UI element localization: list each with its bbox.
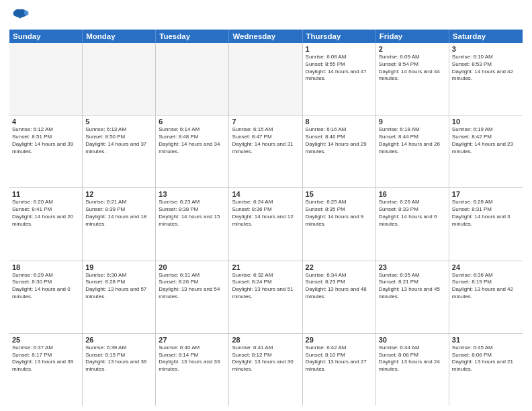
calendar-day-18: 18Sunrise: 6:29 AM Sunset: 8:30 PM Dayli… xyxy=(9,261,83,333)
day-number: 11 xyxy=(12,190,79,198)
calendar-day-23: 23Sunrise: 6:35 AM Sunset: 8:21 PM Dayli… xyxy=(376,261,449,333)
calendar-day-27: 27Sunrise: 6:40 AM Sunset: 8:14 PM Dayli… xyxy=(156,334,229,406)
calendar-day-15: 15Sunrise: 6:25 AM Sunset: 8:35 PM Dayli… xyxy=(303,188,376,260)
day-info: Sunrise: 6:29 AM Sunset: 8:30 PM Dayligh… xyxy=(12,272,79,301)
day-info: Sunrise: 6:37 AM Sunset: 8:17 PM Dayligh… xyxy=(12,345,79,373)
day-info: Sunrise: 6:14 AM Sunset: 8:48 PM Dayligh… xyxy=(159,126,226,155)
day-info: Sunrise: 6:08 AM Sunset: 8:55 PM Dayligh… xyxy=(306,54,373,83)
day-number: 16 xyxy=(379,190,446,198)
day-number: 10 xyxy=(452,118,520,126)
day-info: Sunrise: 6:32 AM Sunset: 8:24 PM Dayligh… xyxy=(232,272,299,301)
day-info: Sunrise: 6:28 AM Sunset: 8:31 PM Dayligh… xyxy=(452,199,520,228)
day-number: 29 xyxy=(306,336,373,344)
calendar: SundayMondayTuesdayWednesdayThursdayFrid… xyxy=(9,30,523,406)
calendar-week-0: 1Sunrise: 6:08 AM Sunset: 8:55 PM Daylig… xyxy=(9,43,523,116)
calendar-day-5: 5Sunrise: 6:13 AM Sunset: 8:50 PM Daylig… xyxy=(83,116,156,187)
header-day-monday: Monday xyxy=(83,30,156,43)
day-info: Sunrise: 6:44 AM Sunset: 8:08 PM Dayligh… xyxy=(379,345,446,373)
calendar-day-21: 21Sunrise: 6:32 AM Sunset: 8:24 PM Dayli… xyxy=(229,261,302,333)
day-number: 4 xyxy=(12,118,79,126)
day-info: Sunrise: 6:31 AM Sunset: 8:26 PM Dayligh… xyxy=(159,272,226,301)
calendar-day-22: 22Sunrise: 6:34 AM Sunset: 8:23 PM Dayli… xyxy=(303,261,376,333)
page: SundayMondayTuesdayWednesdayThursdayFrid… xyxy=(0,0,532,411)
calendar-day-2: 2Sunrise: 6:09 AM Sunset: 8:54 PM Daylig… xyxy=(376,43,449,115)
day-info: Sunrise: 6:36 AM Sunset: 8:19 PM Dayligh… xyxy=(452,272,520,301)
calendar-week-2: 11Sunrise: 6:20 AM Sunset: 8:41 PM Dayli… xyxy=(9,188,523,261)
day-info: Sunrise: 6:21 AM Sunset: 8:39 PM Dayligh… xyxy=(85,199,152,228)
day-number: 24 xyxy=(452,263,520,271)
calendar-day-7: 7Sunrise: 6:15 AM Sunset: 8:47 PM Daylig… xyxy=(229,116,302,187)
calendar-day-20: 20Sunrise: 6:31 AM Sunset: 8:26 PM Dayli… xyxy=(156,261,229,333)
day-number: 14 xyxy=(232,190,299,198)
calendar-day-10: 10Sunrise: 6:19 AM Sunset: 8:42 PM Dayli… xyxy=(449,116,523,187)
day-number: 9 xyxy=(379,118,446,126)
calendar-day-8: 8Sunrise: 6:16 AM Sunset: 8:46 PM Daylig… xyxy=(303,116,376,187)
calendar-body: 1Sunrise: 6:08 AM Sunset: 8:55 PM Daylig… xyxy=(9,43,523,406)
header-day-friday: Friday xyxy=(376,30,449,43)
calendar-day-26: 26Sunrise: 6:39 AM Sunset: 8:15 PM Dayli… xyxy=(83,334,156,406)
calendar-day-11: 11Sunrise: 6:20 AM Sunset: 8:41 PM Dayli… xyxy=(9,188,83,260)
calendar-empty-cell xyxy=(229,43,302,115)
day-info: Sunrise: 6:35 AM Sunset: 8:21 PM Dayligh… xyxy=(379,272,446,301)
day-info: Sunrise: 6:10 AM Sunset: 8:53 PM Dayligh… xyxy=(452,54,520,83)
day-info: Sunrise: 6:16 AM Sunset: 8:46 PM Dayligh… xyxy=(306,126,373,155)
day-number: 25 xyxy=(12,336,79,344)
day-info: Sunrise: 6:13 AM Sunset: 8:50 PM Dayligh… xyxy=(85,126,152,155)
calendar-day-17: 17Sunrise: 6:28 AM Sunset: 8:31 PM Dayli… xyxy=(449,188,523,260)
header-day-thursday: Thursday xyxy=(303,30,376,43)
calendar-day-29: 29Sunrise: 6:42 AM Sunset: 8:10 PM Dayli… xyxy=(303,334,376,406)
calendar-week-4: 25Sunrise: 6:37 AM Sunset: 8:17 PM Dayli… xyxy=(9,334,523,406)
calendar-day-13: 13Sunrise: 6:23 AM Sunset: 8:38 PM Dayli… xyxy=(156,188,229,260)
calendar-day-24: 24Sunrise: 6:36 AM Sunset: 8:19 PM Dayli… xyxy=(449,261,523,333)
header-day-wednesday: Wednesday xyxy=(229,30,302,43)
day-info: Sunrise: 6:34 AM Sunset: 8:23 PM Dayligh… xyxy=(306,272,373,301)
day-info: Sunrise: 6:12 AM Sunset: 8:51 PM Dayligh… xyxy=(12,126,79,155)
day-info: Sunrise: 6:45 AM Sunset: 8:06 PM Dayligh… xyxy=(452,345,520,373)
calendar-week-1: 4Sunrise: 6:12 AM Sunset: 8:51 PM Daylig… xyxy=(9,116,523,188)
calendar-empty-cell xyxy=(156,43,229,115)
calendar-week-3: 18Sunrise: 6:29 AM Sunset: 8:30 PM Dayli… xyxy=(9,261,523,334)
day-number: 18 xyxy=(12,263,79,271)
day-number: 6 xyxy=(159,118,226,126)
day-number: 20 xyxy=(159,263,226,271)
calendar-day-30: 30Sunrise: 6:44 AM Sunset: 8:08 PM Dayli… xyxy=(376,334,449,406)
day-number: 19 xyxy=(85,263,152,271)
day-info: Sunrise: 6:39 AM Sunset: 8:15 PM Dayligh… xyxy=(85,345,152,373)
day-info: Sunrise: 6:41 AM Sunset: 8:12 PM Dayligh… xyxy=(232,345,299,373)
day-info: Sunrise: 6:18 AM Sunset: 8:44 PM Dayligh… xyxy=(379,126,446,155)
calendar-day-6: 6Sunrise: 6:14 AM Sunset: 8:48 PM Daylig… xyxy=(156,116,229,187)
day-number: 31 xyxy=(452,336,520,344)
day-number: 28 xyxy=(232,336,299,344)
calendar-day-31: 31Sunrise: 6:45 AM Sunset: 8:06 PM Dayli… xyxy=(449,334,523,406)
header-day-tuesday: Tuesday xyxy=(156,30,229,43)
calendar-day-3: 3Sunrise: 6:10 AM Sunset: 8:53 PM Daylig… xyxy=(449,43,523,115)
day-info: Sunrise: 6:26 AM Sunset: 8:33 PM Dayligh… xyxy=(379,199,446,228)
calendar-day-16: 16Sunrise: 6:26 AM Sunset: 8:33 PM Dayli… xyxy=(376,188,449,260)
calendar-day-1: 1Sunrise: 6:08 AM Sunset: 8:55 PM Daylig… xyxy=(303,43,376,115)
calendar-day-12: 12Sunrise: 6:21 AM Sunset: 8:39 PM Dayli… xyxy=(83,188,156,260)
day-number: 12 xyxy=(85,190,152,198)
day-info: Sunrise: 6:30 AM Sunset: 8:28 PM Dayligh… xyxy=(85,272,152,301)
calendar-header-row: SundayMondayTuesdayWednesdayThursdayFrid… xyxy=(9,30,523,43)
calendar-day-9: 9Sunrise: 6:18 AM Sunset: 8:44 PM Daylig… xyxy=(376,116,449,187)
header xyxy=(9,7,523,26)
day-number: 2 xyxy=(379,45,446,53)
header-day-sunday: Sunday xyxy=(9,30,83,43)
day-number: 5 xyxy=(85,118,152,126)
header-day-saturday: Saturday xyxy=(449,30,523,43)
day-info: Sunrise: 6:20 AM Sunset: 8:41 PM Dayligh… xyxy=(12,199,79,228)
day-info: Sunrise: 6:42 AM Sunset: 8:10 PM Dayligh… xyxy=(306,345,373,373)
day-number: 26 xyxy=(85,336,152,344)
day-info: Sunrise: 6:25 AM Sunset: 8:35 PM Dayligh… xyxy=(306,199,373,228)
calendar-day-28: 28Sunrise: 6:41 AM Sunset: 8:12 PM Dayli… xyxy=(229,334,302,406)
day-number: 15 xyxy=(306,190,373,198)
day-number: 3 xyxy=(452,45,520,53)
day-info: Sunrise: 6:19 AM Sunset: 8:42 PM Dayligh… xyxy=(452,126,520,155)
day-info: Sunrise: 6:40 AM Sunset: 8:14 PM Dayligh… xyxy=(159,345,226,373)
day-number: 7 xyxy=(232,118,299,126)
logo xyxy=(9,7,30,26)
day-number: 1 xyxy=(306,45,373,53)
calendar-day-19: 19Sunrise: 6:30 AM Sunset: 8:28 PM Dayli… xyxy=(83,261,156,333)
day-number: 27 xyxy=(159,336,226,344)
day-number: 8 xyxy=(306,118,373,126)
